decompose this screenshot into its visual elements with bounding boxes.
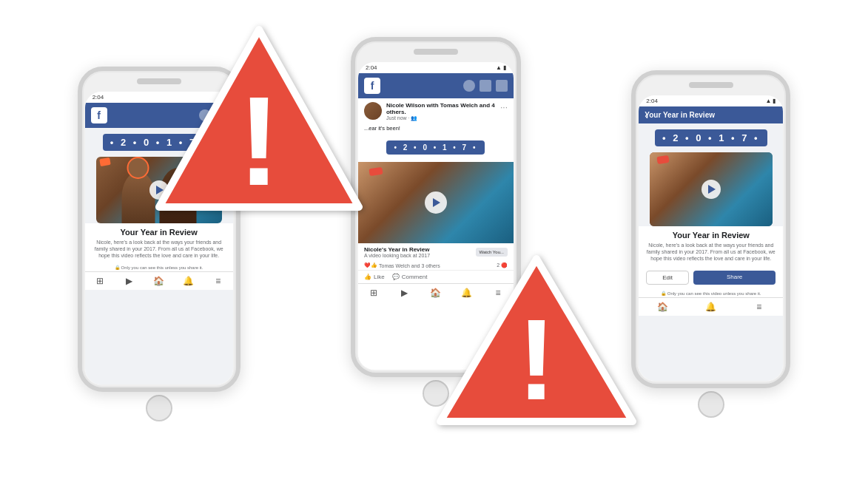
battery-icon-2: ▮ <box>503 64 506 71</box>
review-body-3: Nicole, here's a look back at the ways y… <box>646 242 776 262</box>
home-button-2[interactable] <box>423 380 449 407</box>
post-header-2: Nicole Wilson with Tomas Welch and 4 oth… <box>358 98 514 125</box>
comment-action-2[interactable]: 💬 Comment <box>392 274 428 280</box>
year-badge-3: • 2 • 0 • 1 • 7 • <box>655 129 767 146</box>
messenger-icon-1 <box>215 109 227 121</box>
menu-tab-3[interactable]: ≡ <box>752 301 767 313</box>
watch-tab-2[interactable]: ▶ <box>397 287 412 299</box>
post-time-2: Just now · 👥 <box>386 115 496 121</box>
video-thumb-3[interactable] <box>650 152 773 226</box>
privacy-note-3: 🔒 Only you can see this video unless you… <box>639 289 783 297</box>
phone-3-status-bar: 2:04 ▲ ▮ <box>639 95 783 106</box>
play-button-3[interactable] <box>702 180 721 199</box>
home-tab-1[interactable]: ⊞ <box>92 275 107 287</box>
review-title-3: Your Year in Review <box>646 231 776 240</box>
bottom-nav-1: ⊞ ▶ 🏠 🔔 ≡ <box>85 271 233 290</box>
phone-3: 2:04 ▲ ▮ ‹ Your Year in Review • 2 • 0 •… <box>631 70 790 388</box>
share-row-3: Edit Share <box>639 266 783 289</box>
share-button-3[interactable]: Share <box>693 271 776 285</box>
post-footer-info-2: Nicole's Year in Review A video looking … <box>358 243 514 261</box>
bottom-nav-3: 🏠 🔔 ≡ <box>639 297 783 316</box>
phone-2-status-bar: 2:04 ▲ ▮ <box>358 62 514 73</box>
like-label-2: Like <box>374 274 385 280</box>
phone-3-content: • 2 • 0 • 1 • 7 • Your Year <box>639 123 783 381</box>
like-icon-2: 👍 <box>364 274 371 280</box>
post-video-2[interactable] <box>358 162 514 243</box>
notif-tab-1[interactable]: 🔔 <box>181 275 196 287</box>
play-icon-2 <box>433 198 440 207</box>
wifi-icon-3: ▲ <box>765 98 771 104</box>
status-time-2: 2:04 <box>366 64 377 71</box>
like-action-2[interactable]: 👍 Like <box>364 274 385 280</box>
post-likes-2: ❤️👍 Tomas Welch and 3 others 2 🔴 <box>358 261 514 270</box>
notif-tab-3[interactable]: 🔔 <box>704 301 719 313</box>
review-body-1: Nicole, here's a look back at the ways y… <box>92 239 226 259</box>
home-button-1[interactable] <box>146 395 172 421</box>
battery-icon-1: ▮ <box>223 94 226 101</box>
home-button-3[interactable] <box>698 391 724 418</box>
review-title-1: Your Year in Review <box>92 228 226 237</box>
selfie-photo-1 <box>96 157 222 223</box>
watch-button-2[interactable]: Watch You... <box>476 248 508 257</box>
phone-2-wrapper: 2:04 ▲ ▮ f <box>351 59 521 407</box>
review-header-title-3: Your Year in Review <box>645 111 715 119</box>
phone-2-fb-nav: f <box>358 73 514 98</box>
phone-1-fb-nav: f <box>85 103 233 128</box>
phone-1-status-bar: 2:04 ▲ ▮ <box>85 92 233 103</box>
status-icons-2: ▲ ▮ <box>496 64 506 71</box>
facebook-logo-2: f <box>364 78 380 94</box>
post-footer-sub-2: A video looking back at 2017 <box>364 253 430 258</box>
fb-nav-icons-2 <box>463 80 508 92</box>
phone-3-review-nav: ‹ Your Year in Review <box>639 106 783 123</box>
phone-2-screen: 2:04 ▲ ▮ f <box>358 62 514 370</box>
messenger-icon-2 <box>480 80 491 92</box>
review-text-3: Your Year in Review Nicole, here's a loo… <box>639 226 783 266</box>
bottom-nav-2: ⊞ ▶ 🏠 🔔 ≡ <box>358 283 514 302</box>
post-more-icon-2[interactable]: ··· <box>500 102 508 112</box>
like-count-2: 2 🔴 <box>497 262 508 268</box>
play-icon-3 <box>708 185 716 194</box>
svg-text:!: ! <box>238 71 280 211</box>
menu-tab-1[interactable]: ≡ <box>211 275 226 287</box>
edit-button-3[interactable]: Edit <box>646 271 689 285</box>
person-1 <box>121 172 155 223</box>
comment-icon-2: 💬 <box>392 274 400 280</box>
post-footer-title-2: Nicole's Year in Review <box>364 246 430 253</box>
home-tab-2[interactable]: ⊞ <box>366 287 381 299</box>
likes-text-2: Tomas Welch and 3 others <box>379 263 440 268</box>
video-thumb-1[interactable] <box>96 157 222 223</box>
fb-nav-icons-1 <box>199 109 227 121</box>
main-scene: 2:04 ▲ ▮ f • 2 • 0 • 1 • 7 • <box>0 0 868 488</box>
notif-tab-2[interactable]: 🔔 <box>460 287 474 299</box>
search-icon-1 <box>199 109 211 121</box>
phone-3-screen: 2:04 ▲ ▮ ‹ Your Year in Review • 2 • 0 •… <box>639 95 783 381</box>
status-time-3: 2:04 <box>646 98 658 104</box>
post-footer-text-2: Nicole's Year in Review A video looking … <box>364 246 430 258</box>
post-meta-2: Nicole Wilson with Tomas Welch and 4 oth… <box>386 102 496 121</box>
status-icons-3: ▲ ▮ <box>765 98 776 104</box>
status-time-1: 2:04 <box>92 94 104 101</box>
wifi-icon-2: ▲ <box>496 64 502 71</box>
marketplace-tab-2[interactable]: 🏠 <box>428 287 443 299</box>
menu-icon-2 <box>496 80 508 92</box>
post-name-2: Nicole Wilson with Tomas Welch and 4 oth… <box>386 102 496 115</box>
year-badge-row-2: • 2 • 0 • 1 • 7 • <box>358 135 514 160</box>
phone-1-screen: 2:04 ▲ ▮ f • 2 • 0 • 1 • 7 • <box>85 92 233 384</box>
watch-tab-1[interactable]: ▶ <box>122 275 137 287</box>
post-text-2: ...ear it's been! <box>358 125 514 135</box>
goggles-1 <box>99 157 111 166</box>
back-arrow-3[interactable]: ‹ <box>645 109 648 121</box>
phone-1-content: • 2 • 0 • 1 • 7 • <box>85 128 233 384</box>
status-icons-1: ▲ ▮ <box>215 94 226 101</box>
play-button-1[interactable] <box>149 180 169 200</box>
marketplace-tab-1[interactable]: 🏠 <box>152 275 166 287</box>
post-card-2: Nicole Wilson with Tomas Welch and 4 oth… <box>358 98 514 370</box>
play-button-2[interactable] <box>425 192 447 214</box>
menu-tab-2[interactable]: ≡ <box>491 287 505 299</box>
head-1 <box>127 157 149 179</box>
year-badge-1: • 2 • 0 • 1 • 7 • <box>103 134 215 151</box>
phone-1-wrapper: 2:04 ▲ ▮ f • 2 • 0 • 1 • 7 • <box>78 67 240 421</box>
marketplace-tab-3[interactable]: 🏠 <box>656 301 670 313</box>
search-icon-2 <box>463 80 475 92</box>
facebook-logo-1: f <box>91 107 107 123</box>
